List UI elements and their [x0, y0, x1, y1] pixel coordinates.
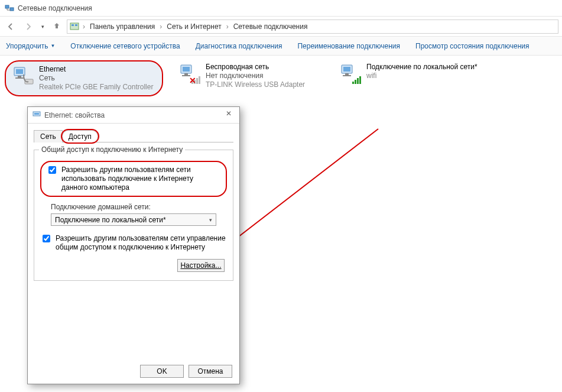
svg-rect-2 [70, 23, 79, 30]
group-legend: Общий доступ к подключению к Интернету [39, 145, 185, 154]
diagnose-button[interactable]: Диагностика подключения [196, 42, 282, 50]
toolbar: Упорядочить ▼ Отключение сетевого устрой… [0, 37, 562, 56]
organize-label: Упорядочить [6, 42, 48, 50]
svg-rect-6 [16, 69, 23, 74]
chevron-right-icon: › [158, 22, 163, 31]
ok-button[interactable]: OK [140, 365, 184, 378]
configure-button[interactable]: Настройка... [177, 259, 225, 272]
connection-adapter: wifi [366, 72, 477, 80]
svg-rect-3 [72, 24, 74, 26]
connection-status: Сеть [39, 74, 153, 83]
tab-sharing[interactable]: Доступ [62, 130, 98, 142]
connection-item-wireless[interactable]: ✕ Беспроводная сеть Нет подключения TP-L… [176, 60, 324, 96]
dialog-titlebar: Ethernet: свойства ✕ [28, 107, 239, 124]
allow-control-row[interactable]: Разрешить другим пользователям сети упра… [40, 234, 227, 252]
sharing-groupbox: Общий доступ к подключению к Интернету Р… [34, 150, 233, 281]
chevron-right-icon: › [225, 22, 230, 31]
svg-rect-4 [75, 24, 77, 26]
chevron-right-icon: › [82, 22, 86, 31]
svg-rect-16 [345, 73, 349, 75]
connection-item-ethernet[interactable]: Ethernet Сеть Realtek PCIe GBE Family Co… [5, 60, 163, 96]
forward-button[interactable] [21, 20, 35, 34]
svg-rect-15 [343, 67, 350, 72]
history-dropdown[interactable]: ▾ [39, 24, 47, 30]
svg-rect-7 [18, 76, 21, 77]
allow-sharing-label: Разрешить другим пользователям сети испо… [61, 166, 221, 192]
cancel-button[interactable]: Отмена [189, 365, 232, 378]
connections-list: Ethernet Сеть Realtek PCIe GBE Family Co… [5, 60, 557, 96]
breadcrumb-item[interactable]: Сетевые подключения [232, 22, 309, 31]
allow-control-checkbox[interactable] [43, 235, 50, 242]
connection-name: Беспроводная сеть [206, 63, 305, 72]
address-bar: ▾ › Панель управления › Сеть и Интернет … [0, 17, 562, 37]
view-status-button[interactable]: Просмотр состояния подключения [415, 42, 529, 50]
allow-control-label: Разрешить другим пользователям сети упра… [56, 234, 227, 252]
properties-dialog: Ethernet: свойства ✕ Сеть Доступ Общий д… [27, 106, 240, 384]
connection-status: Нет подключения [206, 72, 305, 80]
svg-rect-17 [343, 75, 351, 76]
svg-rect-8 [15, 77, 24, 79]
dialog-title: Ethernet: свойства [44, 111, 105, 119]
tab-network[interactable]: Сеть [34, 130, 63, 142]
breadcrumb-item[interactable]: Сеть и Интернет [165, 22, 222, 31]
ethernet-icon [12, 65, 35, 89]
back-button[interactable] [4, 20, 18, 34]
wifi-connected-icon [339, 63, 363, 86]
chevron-down-icon: ▼ [50, 43, 55, 48]
svg-rect-11 [183, 67, 190, 72]
close-button[interactable]: ✕ [222, 109, 236, 118]
home-network-select[interactable]: Подключение по локальной сети* ▾ [51, 213, 216, 226]
disable-device-button[interactable]: Отключение сетевого устройства [70, 42, 180, 50]
adapter-small-icon [33, 110, 41, 120]
home-network-value: Подключение по локальной сети* [55, 216, 166, 224]
allow-sharing-row[interactable]: Разрешить другим пользователям сети испо… [40, 161, 227, 197]
home-network-label: Подключение домашней сети: [51, 203, 227, 211]
connection-name: Подключение по локальной сети* [366, 63, 477, 72]
svg-rect-12 [184, 73, 188, 75]
control-panel-icon [70, 22, 79, 31]
breadcrumb[interactable]: › Панель управления › Сеть и Интернет › … [67, 20, 558, 34]
connection-item-lan[interactable]: Подключение по локальной сети* wifi [337, 60, 485, 96]
wifi-disconnected-icon: ✕ [178, 63, 202, 86]
svg-rect-0 [5, 5, 9, 8]
connection-name: Ethernet [39, 65, 153, 74]
window-title: Сетевые подключения [18, 4, 92, 12]
network-connections-icon [5, 4, 14, 13]
dialog-tabs: Сеть Доступ [34, 128, 233, 142]
rename-button[interactable]: Переименование подключения [297, 42, 400, 50]
connection-adapter: TP-LINK Wireless USB Adapter [206, 80, 305, 89]
up-button[interactable] [50, 21, 63, 31]
titlebar: Сетевые подключения [0, 0, 562, 17]
organize-button[interactable]: Упорядочить ▼ [6, 42, 55, 50]
svg-rect-20 [34, 113, 39, 115]
allow-sharing-checkbox[interactable] [48, 166, 56, 174]
chevron-down-icon: ▾ [209, 217, 212, 223]
x-mark-icon: ✕ [189, 76, 196, 85]
connection-adapter: Realtek PCIe GBE Family Controller [39, 83, 153, 92]
breadcrumb-item[interactable]: Панель управления [89, 22, 156, 31]
